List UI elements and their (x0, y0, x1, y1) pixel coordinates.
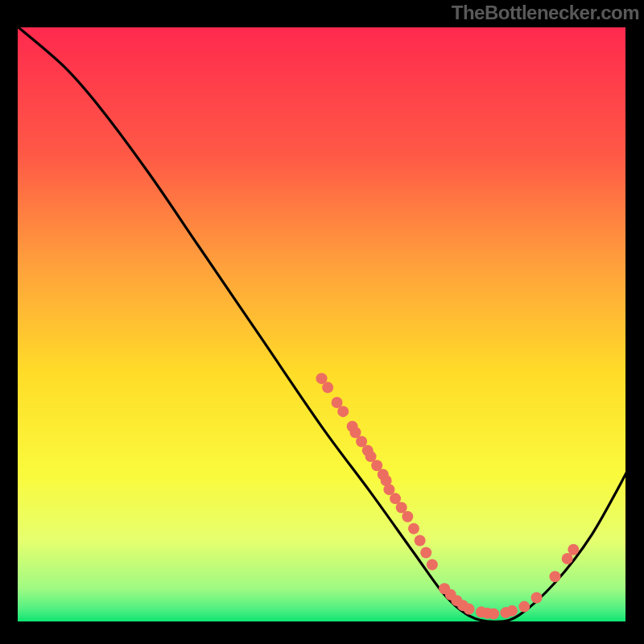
data-point (568, 544, 579, 555)
data-point (408, 523, 419, 535)
chart-container: TheBottlenecker.com (0, 0, 644, 644)
data-point (531, 592, 543, 603)
data-point (518, 601, 530, 613)
data-point (464, 604, 475, 615)
data-point (549, 571, 560, 582)
chart-svg (0, 0, 644, 644)
data-point (427, 559, 438, 570)
data-point (402, 511, 413, 522)
data-point (322, 382, 333, 393)
data-point (415, 535, 426, 547)
watermark-label: TheBottlenecker.com (452, 2, 639, 24)
data-point (506, 605, 518, 617)
data-point (420, 547, 431, 558)
data-point (337, 406, 349, 417)
data-point (488, 609, 499, 620)
bottleneck-curve (14, 24, 629, 621)
